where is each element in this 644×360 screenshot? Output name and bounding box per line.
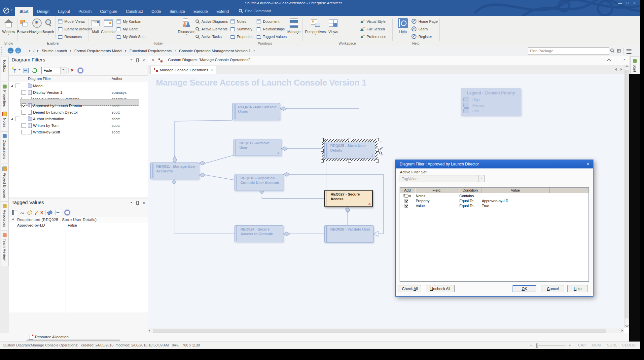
dock-tab-project-browser[interactable]: Project Browser	[1, 164, 9, 204]
check-all-button[interactable]: Check All	[399, 285, 421, 292]
dock-tab-resources[interactable]: Resources	[1, 201, 9, 233]
resize-handle-se[interactable]	[376, 160, 379, 162]
paintbrush-icon[interactable]	[379, 146, 383, 150]
learn-item[interactable]: Learn	[411, 26, 438, 32]
dock-tab-notes[interactable]: Notes	[1, 109, 9, 134]
active-diagrams-item[interactable]: Active Diagrams	[196, 18, 228, 24]
element-REQ617[interactable]: REQ617 -Remove User A	[233, 139, 281, 156]
tagged-values-item[interactable]: Tagged Values	[257, 34, 287, 39]
tab-scroll-left-icon[interactable]	[615, 68, 617, 71]
tab-construct[interactable]: Construct	[122, 7, 147, 16]
close-icon[interactable]: ×	[143, 59, 145, 62]
diagram-tab-active[interactable]: Manage Console Operations ×	[150, 66, 216, 74]
uncheck-all-button[interactable]: Uncheck All	[426, 285, 455, 292]
element-REQ018[interactable]: REQ018 - Report on Console User Account	[234, 174, 283, 191]
home-page-item[interactable]: Home Page	[411, 18, 438, 24]
document-item[interactable]: Document	[257, 18, 287, 24]
expand-chevrons-icon[interactable]: »	[152, 57, 154, 62]
model-views-item[interactable]: Model Views	[58, 18, 92, 24]
column-diagram-filter[interactable]: Diagram Filter	[28, 77, 51, 81]
column-field[interactable]: Field:	[415, 188, 459, 193]
help-icon[interactable]	[64, 210, 70, 215]
close-tab-icon[interactable]: ×	[210, 68, 213, 72]
checkbox[interactable]	[16, 84, 20, 88]
tab-code[interactable]: Code	[147, 7, 165, 16]
checklist-icon[interactable]	[55, 210, 61, 215]
resource-allocation-tab[interactable]: Resource Allocation	[35, 335, 69, 339]
quicklink-arrow-icon[interactable]: ↑	[380, 139, 382, 144]
edit-icon[interactable]	[35, 210, 38, 215]
relationships-item[interactable]: Relationships	[257, 26, 287, 32]
dock-tab-discussions[interactable]: Discussions	[1, 131, 9, 163]
checkbox[interactable]	[16, 117, 20, 121]
dock-tab-properties[interactable]: Properties	[1, 82, 9, 112]
filter-row-value[interactable]: Value Equal To True	[400, 203, 589, 208]
forward-button[interactable]: →	[15, 48, 21, 54]
checkbox-checked[interactable]	[405, 199, 408, 202]
register-item[interactable]: Register	[411, 34, 438, 39]
zoom-slider-track[interactable]	[536, 345, 565, 345]
tree-row-folder[interactable]: Author Information scott	[9, 116, 146, 122]
ok-button[interactable]: OK	[513, 285, 536, 292]
element-REQ024[interactable]: REQ024 - Secure Access to Console	[234, 225, 283, 242]
resize-handle-s[interactable]	[348, 160, 351, 162]
tag-icon[interactable]	[47, 210, 53, 215]
resize-handle-ne[interactable]	[376, 138, 379, 141]
help-button[interactable]: Help	[396, 17, 410, 36]
filter-row-notes[interactable]: Notes Contains	[400, 193, 589, 198]
search-button[interactable]: Search	[42, 17, 55, 36]
breadcrumb-item[interactable]: Functional Requirements	[129, 49, 172, 53]
active-elements-item[interactable]: Active Elements	[196, 26, 228, 32]
breadcrumb-item[interactable]: Shuttle Launch	[42, 49, 67, 53]
checkbox[interactable]	[21, 130, 26, 134]
fade-dropdown[interactable]: Fade	[41, 67, 66, 74]
mail-button[interactable]: Mail	[89, 17, 102, 34]
checkbox-checked[interactable]	[405, 204, 408, 207]
toolbar-grip[interactable]	[1, 47, 2, 54]
tree-row-model[interactable]: Model	[9, 83, 146, 89]
checkbox[interactable]	[405, 194, 408, 198]
tab-configure[interactable]: Configure	[96, 7, 122, 16]
window-button[interactable]: Window	[1, 17, 17, 36]
help-icon[interactable]	[78, 68, 83, 73]
legend[interactable]: Legend - Element Priority High Medium Lo…	[461, 88, 521, 116]
discussion-button[interactable]: Discussion	[175, 17, 198, 36]
breadcrumb-item[interactable]: Console Operation Management Version 1	[179, 49, 251, 53]
tree-row-filter[interactable]: Denied by Launch Director scott	[9, 109, 146, 116]
new-tag-icon[interactable]	[27, 210, 32, 215]
resize-handle-nw[interactable]	[321, 138, 324, 141]
checkbox-checked[interactable]	[21, 103, 26, 108]
find-command-box[interactable]: Find Command...	[239, 9, 274, 13]
manage-button[interactable]: Manage	[287, 17, 301, 36]
zoom-in-button[interactable]: +	[569, 343, 571, 347]
hamburger-menu-icon[interactable]	[626, 49, 631, 54]
tree-row-filter-selected[interactable]: Approved by Launch Director scott	[9, 102, 146, 109]
tab-simulate[interactable]: Simulate	[165, 7, 189, 16]
full-screen-item[interactable]: Full Screen	[360, 26, 390, 32]
group-view-icon[interactable]	[12, 210, 17, 215]
dialog-close-icon[interactable]: ×	[587, 160, 589, 168]
tab-publish[interactable]: Publish	[74, 7, 96, 16]
expander-icon[interactable]	[12, 218, 14, 220]
panel-menu-icon[interactable]	[130, 59, 132, 61]
cancel-button[interactable]: Cancel	[542, 285, 564, 292]
back-button[interactable]: ←	[8, 48, 14, 54]
filter-row-property[interactable]: Property Equal To Approved-by-LD	[400, 198, 589, 203]
tree-row-filter[interactable]: Display Version 1 sparxsys	[9, 89, 146, 96]
close-icon[interactable]: ×	[623, 57, 626, 61]
element-REQ616[interactable]: REQ616 -Add Console Users	[232, 103, 280, 120]
collapse-icon[interactable]	[607, 59, 610, 62]
resize-handle-e[interactable]	[376, 149, 379, 152]
maximize-button[interactable]: □	[626, 1, 629, 5]
tree-row-filter[interactable]: Wriiten-by-Tom scott	[9, 122, 146, 129]
breadcrumb-root[interactable]: /	[33, 49, 34, 53]
minimize-button[interactable]: —	[618, 1, 622, 5]
resize-handle-w[interactable]	[321, 149, 324, 152]
tab-design[interactable]: Design	[33, 7, 54, 16]
package-grid-icon[interactable]	[617, 49, 621, 53]
notes-item[interactable]: Notes	[231, 18, 253, 24]
tagged-values-group-row[interactable]: Requirement (REQ025 - Store User Details…	[9, 217, 148, 223]
checklist-icon[interactable]	[23, 68, 29, 73]
breadcrumb-item[interactable]: Formal Requirements Model	[74, 49, 122, 53]
tab-extend[interactable]: Extend	[212, 7, 233, 16]
